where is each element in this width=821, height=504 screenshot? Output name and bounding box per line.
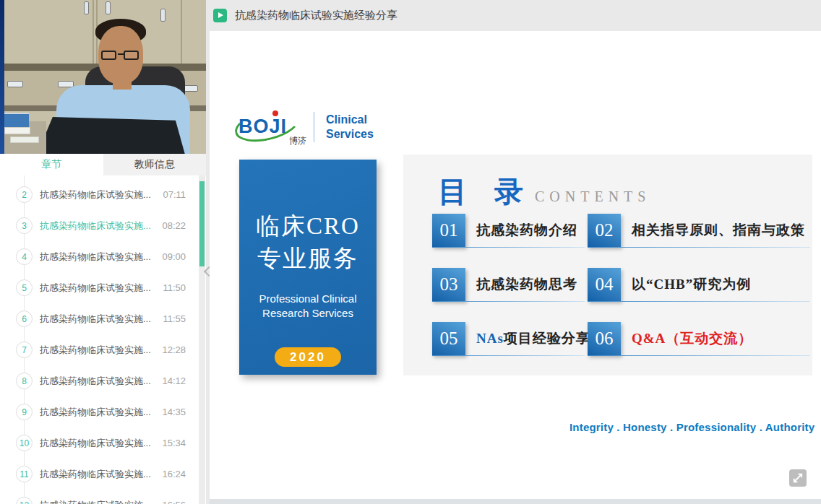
- video-laptop: [27, 117, 185, 154]
- chapter-number-badge: 4: [16, 248, 33, 265]
- chapter-scrollbar-track[interactable]: [199, 175, 205, 504]
- teacher-glasses: [101, 51, 116, 60]
- chapter-duration: 15:34: [162, 438, 186, 448]
- cover-subtitle-en: Professional Clinical Research Services: [239, 292, 377, 320]
- cover-year-badge: 2020: [275, 347, 341, 367]
- toc-item-underline: [588, 247, 810, 248]
- chapter-title: 抗感染药物临床试验实施...: [40, 468, 158, 481]
- toc-item-label-text: 项目经验分享: [504, 331, 590, 346]
- chapter-number-badge: 9: [16, 404, 33, 420]
- chapter-number-badge: 5: [16, 279, 33, 296]
- slide-canvas[interactable]: BOJI 博济 Clinical Services 临床CRO专业服务 Prof…: [210, 31, 821, 499]
- video-papers: [4, 127, 30, 134]
- chapter-item[interactable]: 8 抗感染药物临床试验实施... 14:12: [0, 365, 206, 396]
- collapse-sidebar-handle[interactable]: [203, 266, 212, 277]
- logo-divider: [314, 112, 314, 142]
- chapter-item[interactable]: 11 抗感染药物临床试验实施... 16:24: [0, 459, 206, 490]
- fullscreen-button[interactable]: [789, 469, 807, 487]
- main-content: 抗感染药物临床试验实施经验分享 BOJI 博济 Clinical Service…: [206, 0, 821, 504]
- toc-heading-cn: 目 录: [438, 172, 533, 212]
- logo-brand-cn: 博济: [289, 135, 306, 147]
- logo-brand-text: BOJI: [238, 116, 287, 138]
- chapter-item[interactable]: 6 抗感染药物临床试验实施... 11:55: [0, 303, 206, 334]
- chapter-item[interactable]: 5 抗感染药物临床试验实施... 11:50: [0, 272, 206, 303]
- chapter-title: 抗感染药物临床试验实施...: [40, 375, 158, 388]
- boji-logo: BOJI 博济 Clinical Services: [237, 105, 374, 149]
- chapter-item[interactable]: 10 抗感染药物临床试验实施... 15:34: [0, 427, 206, 459]
- chapter-item[interactable]: 2 抗感染药物临床试验实施... 07:11: [0, 179, 206, 210]
- chapter-item[interactable]: 3 抗感染药物临床试验实施... 08:22: [0, 210, 206, 241]
- chapter-number-badge: 2: [16, 186, 33, 203]
- chapter-number-badge: 8: [16, 373, 33, 389]
- toc-item: 01 抗感染药物介绍: [432, 214, 588, 247]
- video-scene-decor: [106, 1, 111, 14]
- toc-item: 05 NAs项目经验分享: [432, 322, 588, 355]
- chapter-number-badge: 3: [16, 217, 33, 234]
- toc-item-number: 03: [432, 268, 465, 301]
- toc-item-label-text: 以“CHB”研究为例: [632, 277, 751, 292]
- toc-item-number: 05: [432, 322, 465, 355]
- chapter-duration: 14:35: [162, 407, 186, 417]
- chapter-duration: 09:00: [162, 251, 186, 262]
- toc-item-underline: [432, 355, 585, 357]
- chapter-item[interactable]: 7 抗感染药物临床试验实施... 12:28: [0, 334, 206, 365]
- play-icon: [213, 9, 227, 22]
- chapter-title: 抗感染药物临床试验实施...: [40, 188, 158, 201]
- toc-item-number: 02: [588, 214, 621, 247]
- chapter-list: 2 抗感染药物临床试验实施... 07:11 3 抗感染药物临床试验实施... …: [0, 175, 206, 504]
- tab-teacher-info[interactable]: 教师信息: [103, 154, 207, 175]
- logo-services-line2: Services: [326, 127, 374, 142]
- chapter-title: 抗感染药物临床试验实施...: [40, 437, 158, 450]
- toc-item-label: 以“CHB”研究为例: [632, 275, 751, 294]
- chapter-number-badge: 7: [16, 342, 33, 358]
- toc-item-label: 抗感染药物思考: [476, 275, 577, 294]
- toc-panel: 目 录 CONTENTS 01 抗感染药物介绍 02 相关指导原则、指南与政策 …: [403, 155, 812, 375]
- toc-item: 06 Q&A（互动交流）: [588, 322, 813, 355]
- chapter-title: 抗感染药物临床试验实施...: [40, 282, 158, 295]
- video-scene-decor: [181, 0, 182, 69]
- toc-item-label-text: 抗感染药物介绍: [476, 222, 577, 238]
- chapter-title: 抗感染药物临床试验实施...: [40, 344, 158, 357]
- chapter-title: 抗感染药物临床试验实施...: [40, 406, 158, 419]
- chapter-item[interactable]: 9 抗感染药物临床试验实施... 14:35: [0, 396, 206, 427]
- chapter-duration: 07:11: [163, 189, 186, 200]
- toc-item-label: NAs项目经验分享: [476, 329, 590, 348]
- chapter-duration: 16:24: [162, 469, 186, 479]
- tab-chapters[interactable]: 章节: [0, 154, 103, 175]
- logo-services-text: Clinical Services: [326, 113, 374, 142]
- chapter-duration: 08:22: [162, 220, 186, 231]
- toc-item-underline: [588, 355, 810, 357]
- chapter-item[interactable]: 4 抗感染药物临床试验实施... 09:00: [0, 241, 206, 272]
- chapter-scrollbar-thumb[interactable]: [199, 181, 205, 266]
- course-player-page: 章节 教师信息 2 抗感染药物临床试验实施... 07:11 3 抗感染药物临床…: [0, 0, 821, 504]
- course-title: 抗感染药物临床试验实施经验分享: [235, 9, 397, 22]
- toc-item-label: 相关指导原则、指南与政策: [632, 221, 805, 240]
- toc-item-label-text: Q&A（互动交流）: [632, 331, 752, 346]
- toc-item: 03 抗感染药物思考: [432, 268, 588, 301]
- cover-card: 临床CRO专业服务 Professional Clinical Research…: [239, 160, 377, 375]
- cover-title-cn: 临床CRO专业服务: [239, 210, 377, 274]
- logo-services-line1: Clinical: [326, 113, 374, 127]
- sidebar: 章节 教师信息 2 抗感染药物临床试验实施... 07:11 3 抗感染药物临床…: [0, 0, 206, 504]
- chapter-item[interactable]: 12 抗感染药物临床试验实施... 16:56: [0, 490, 206, 504]
- chapter-number-badge: 6: [16, 310, 33, 327]
- toc-item-number: 06: [588, 322, 621, 355]
- chapter-duration: 14:12: [162, 375, 186, 386]
- chapter-number-badge: 10: [16, 435, 33, 451]
- chapter-title: 抗感染药物临床试验实施...: [40, 220, 158, 233]
- player-bottom-strip: [210, 499, 821, 504]
- chapter-duration: 11:50: [163, 282, 186, 293]
- toc-item-label: Q&A（互动交流）: [632, 329, 752, 348]
- toc-item: 02 相关指导原则、指南与政策: [588, 214, 813, 247]
- toc-item-number: 04: [588, 268, 621, 301]
- fullscreen-arrows-icon: [791, 472, 804, 485]
- chapter-title: 抗感染药物临床试验实施...: [40, 499, 158, 504]
- toc-item-label-prefix: NAs: [476, 331, 504, 346]
- teacher-video[interactable]: [0, 0, 206, 154]
- video-papers: [10, 136, 39, 143]
- toc-item-underline: [588, 301, 810, 303]
- chapter-duration: 12:28: [162, 344, 186, 355]
- toc-item-number: 01: [432, 214, 465, 247]
- video-scene-decor: [160, 9, 166, 22]
- chapter-number-badge: 11: [16, 466, 33, 482]
